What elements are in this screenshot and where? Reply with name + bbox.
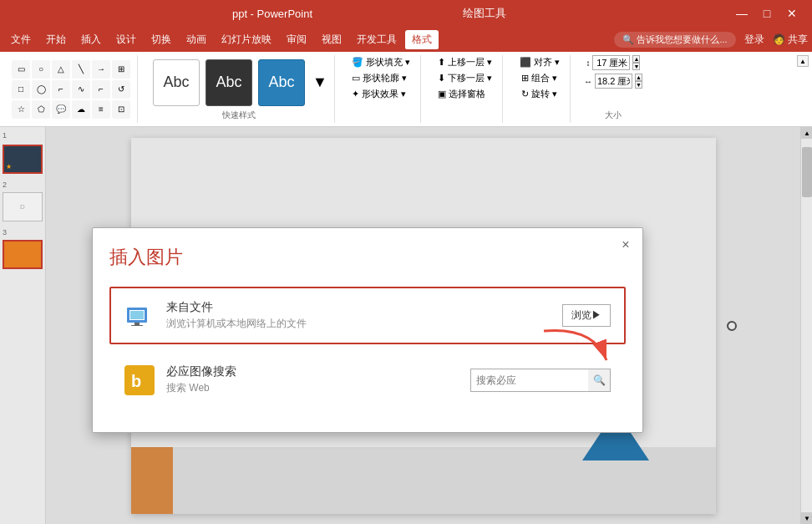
height-up-button[interactable]: ▲ xyxy=(632,55,640,63)
shape-extra-icon[interactable]: ⊡ xyxy=(112,100,130,119)
title-right: 绘图工具 xyxy=(463,6,506,21)
shape-line-icon[interactable]: ╲ xyxy=(72,60,90,79)
shape-oval-icon[interactable]: ◯ xyxy=(32,80,50,99)
menu-format[interactable]: 格式 xyxy=(405,30,439,49)
width-up-button[interactable]: ▲ xyxy=(635,74,642,81)
shape-effect-button[interactable]: ✦ 形状效果 ▾ xyxy=(348,87,409,101)
rotate-icon[interactable]: ↺ xyxy=(112,80,130,99)
bing-search-desc: 搜索 Web xyxy=(166,381,459,395)
rotate-button[interactable]: ↻ 旋转 ▾ xyxy=(518,87,561,101)
height-down-button[interactable]: ▼ xyxy=(632,63,640,70)
menu-slideshow[interactable]: 幻灯片放映 xyxy=(215,30,278,49)
select-pane-button[interactable]: ▣ 选择窗格 xyxy=(434,87,489,101)
menu-file[interactable]: 文件 xyxy=(4,30,38,49)
scroll-track xyxy=(801,139,812,512)
shape-wave-icon[interactable]: ∿ xyxy=(72,80,90,99)
menu-transition[interactable]: 切换 xyxy=(145,30,178,49)
svg-rect-5 xyxy=(130,311,144,319)
slide-thumb-2[interactable]: D xyxy=(3,192,43,221)
dialog-overlay: 插入图片 × 来自文件 xyxy=(46,127,800,524)
layer-up-button[interactable]: ⬆ 上移一层 ▾ xyxy=(434,55,495,69)
slide-thumb-3[interactable] xyxy=(3,240,43,269)
menu-insert[interactable]: 插入 xyxy=(74,30,108,49)
shape-fill-button[interactable]: 🪣 形状填充 ▾ xyxy=(348,55,414,69)
bing-search-button[interactable]: 🔍 xyxy=(588,369,610,391)
bing-search-option[interactable]: b 必应图像搜索 搜索 Web 🔍 xyxy=(109,351,626,409)
maximize-button[interactable]: □ xyxy=(755,2,779,25)
shape-callout-icon[interactable]: 💬 xyxy=(52,100,70,119)
bing-search-title: 必应图像搜索 xyxy=(166,364,459,379)
slide-num-2: 2 xyxy=(3,181,7,189)
shape-rect-icon[interactable]: ▭ xyxy=(12,60,30,79)
menu-animation[interactable]: 动画 xyxy=(180,30,213,49)
shape-bracket-icon[interactable]: ⌐ xyxy=(92,80,110,99)
login-link[interactable]: 登录 xyxy=(744,33,764,47)
menu-developer[interactable]: 开发工具 xyxy=(350,30,403,49)
bing-search-box[interactable]: 🔍 xyxy=(470,369,611,392)
close-button[interactable]: ✕ xyxy=(780,2,804,25)
ribbon-collapse-button[interactable]: ▲ xyxy=(797,55,809,67)
shape-pentagon-icon[interactable]: ⬠ xyxy=(32,100,50,119)
abc-black-button[interactable]: Abc xyxy=(206,59,252,106)
slide-thumb-1[interactable]: ★ xyxy=(3,145,43,174)
quick-style-label: 快速样式 xyxy=(222,109,256,123)
main-area: 1 ★ 2 D 3 xyxy=(0,127,812,524)
style-expand-button[interactable]: ▼ xyxy=(312,74,327,91)
ribbon-shapes-group: ▭ ○ △ ╲ → ⊞ □ ◯ ⌐ ∿ ⌐ ↺ ☆ ⬠ xyxy=(5,55,138,123)
shape-star-icon[interactable]: ☆ xyxy=(12,100,30,119)
shape-outline-button[interactable]: ▭ 形状轮廓 ▾ xyxy=(348,71,410,85)
scroll-up-button[interactable]: ▲ xyxy=(801,127,812,139)
group-button[interactable]: ⊞ 组合 ▾ xyxy=(518,71,561,85)
right-scrollbar: ▲ ▼ xyxy=(800,127,812,524)
bing-icon: b xyxy=(124,365,155,395)
search-bar: 🔍 告诉我您想要做什么... xyxy=(622,33,727,46)
from-file-desc: 浏览计算机或本地网络上的文件 xyxy=(166,317,551,331)
layer-down-button[interactable]: ⬇ 下移一层 ▾ xyxy=(434,71,495,85)
shape-triangle-icon[interactable]: △ xyxy=(52,60,70,79)
scroll-down-button[interactable]: ▼ xyxy=(801,512,812,524)
shape-more-icon[interactable]: ⊞ xyxy=(112,60,130,79)
shape-cloud-icon[interactable]: ☁ xyxy=(72,100,90,119)
browse-button[interactable]: 浏览▶ xyxy=(562,304,611,327)
menu-review[interactable]: 审阅 xyxy=(280,30,313,49)
align-button[interactable]: ⬛ 对齐 ▾ xyxy=(516,55,563,69)
file-icon xyxy=(124,301,155,331)
arrange-icon[interactable]: ≡ xyxy=(92,100,110,119)
shape-rect2-icon[interactable]: □ xyxy=(12,80,30,99)
dialog-close-button[interactable]: × xyxy=(616,235,636,255)
shape-corner-icon[interactable]: ⌐ xyxy=(52,80,70,99)
window-controls: — □ ✕ xyxy=(730,2,804,25)
shape-circle-icon[interactable]: ○ xyxy=(32,60,50,79)
minimize-button[interactable]: — xyxy=(730,2,754,25)
insert-picture-dialog: 插入图片 × 来自文件 xyxy=(92,227,643,433)
svg-rect-3 xyxy=(134,323,140,325)
content-area: 插入图片 × 来自文件 xyxy=(46,127,800,524)
title-bar: ppt - PowerPoint 绘图工具 — □ ✕ xyxy=(0,0,812,27)
scroll-thumb[interactable] xyxy=(802,147,812,197)
share-link[interactable]: 🧑 共享 xyxy=(773,33,808,47)
shape-arrow-icon[interactable]: → xyxy=(92,60,110,79)
ribbon-layer-group: ⬆ 上移一层 ▾ ⬇ 下移一层 ▾ ▣ 选择窗格 xyxy=(428,55,503,123)
width-input[interactable] xyxy=(595,74,632,89)
ribbon-abc-group: Abc Abc Abc ▼ 快速样式 xyxy=(145,55,335,123)
slide-num-3: 3 xyxy=(3,228,7,237)
ribbon-size-group: ↕ ▲ ▼ ↔ ▲ ▼ 大小 xyxy=(577,55,649,123)
width-down-button[interactable]: ▼ xyxy=(635,81,642,89)
slide-num-1: 1 xyxy=(3,131,7,140)
menu-design[interactable]: 设计 xyxy=(109,30,143,49)
star-icon: ★ xyxy=(6,163,12,170)
menu-bar: 文件 开始 插入 设计 切换 动画 幻灯片放映 审阅 视图 开发工具 格式 🔍 … xyxy=(0,27,812,52)
svg-rect-4 xyxy=(131,325,143,326)
title-left: ppt - PowerPoint xyxy=(232,8,312,20)
ribbon-align-group: ⬛ 对齐 ▾ ⊞ 组合 ▾ ↻ 旋转 ▾ xyxy=(510,55,571,123)
bing-search-input[interactable] xyxy=(471,369,588,391)
size-label: 大小 xyxy=(605,109,622,123)
menu-home[interactable]: 开始 xyxy=(39,30,73,49)
abc-blue-button[interactable]: Abc xyxy=(258,59,305,106)
menu-view[interactable]: 视图 xyxy=(315,30,348,49)
abc-white-button[interactable]: Abc xyxy=(153,59,200,106)
ribbon-format-group: 🪣 形状填充 ▾ ▭ 形状轮廓 ▾ ✦ 形状效果 ▾ xyxy=(342,55,421,123)
from-file-option[interactable]: 来自文件 浏览计算机或本地网络上的文件 浏览▶ xyxy=(109,287,626,344)
ribbon: ▭ ○ △ ╲ → ⊞ □ ◯ ⌐ ∿ ⌐ ↺ ☆ ⬠ xyxy=(0,52,812,127)
height-input[interactable] xyxy=(592,55,630,70)
